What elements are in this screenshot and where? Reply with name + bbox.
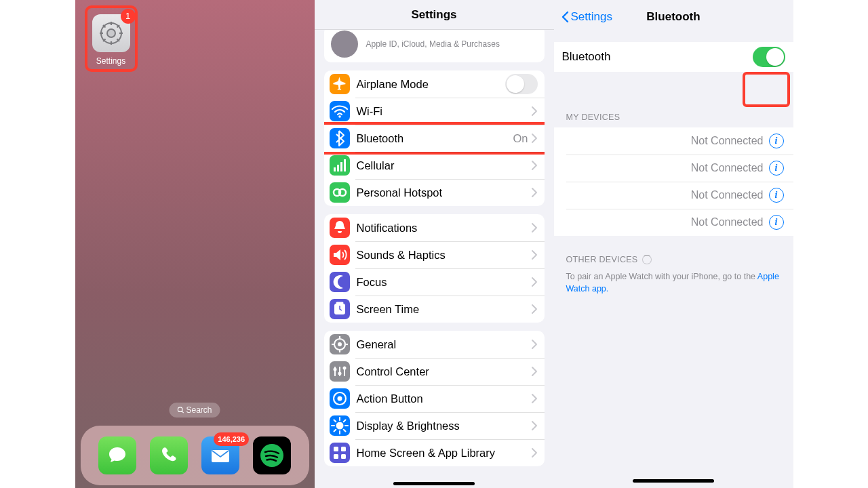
pairing-footer: To pair an Apple Watch with your iPhone,… — [554, 264, 793, 302]
home-indicator[interactable] — [393, 482, 475, 485]
bluetooth-nav: Settings Bluetooth — [554, 0, 793, 34]
svg-rect-17 — [340, 162, 342, 171]
svg-point-14 — [338, 115, 341, 118]
bluetooth-screen: Settings Bluetooth Bluetooth MY DEVICES … — [554, 0, 793, 488]
chevron-right-icon — [531, 106, 538, 116]
hotspot-icon — [330, 182, 350, 203]
row-actionbutton[interactable]: Action Button — [324, 385, 545, 412]
settings-title: Settings — [315, 0, 554, 30]
row-value: On — [513, 132, 528, 145]
chevron-right-icon — [531, 394, 538, 403]
svg-rect-46 — [334, 447, 338, 451]
search-icon — [177, 407, 184, 413]
controlcenter-icon — [330, 361, 350, 382]
airplane-toggle[interactable] — [505, 74, 538, 94]
mail-app[interactable]: 146,236 — [201, 436, 239, 474]
info-icon[interactable]: i — [769, 161, 784, 176]
settings-badge: 1 — [121, 9, 136, 24]
home-indicator[interactable] — [633, 479, 714, 483]
device-status: Not Connected — [691, 162, 764, 174]
chevron-right-icon — [531, 340, 538, 349]
notifications-icon — [330, 218, 350, 238]
spotlight-search[interactable]: Search — [169, 403, 220, 418]
row-wifi[interactable]: Wi-Fi — [324, 98, 545, 125]
apple-id-row[interactable]: Apple ID, iCloud, Media & Purchases — [324, 30, 545, 62]
message-icon — [106, 444, 129, 467]
bluetooth-label: Bluetooth — [562, 50, 753, 64]
phone-app[interactable] — [150, 436, 188, 474]
actionbutton-icon — [330, 388, 350, 409]
device-row[interactable]: Not Connected i — [554, 209, 793, 236]
gear-icon — [98, 20, 125, 47]
back-button[interactable]: Settings — [561, 10, 612, 24]
row-hotspot[interactable]: Personal Hotspot — [324, 179, 545, 206]
airplane-icon — [330, 74, 350, 94]
row-notifications[interactable]: Notifications — [324, 214, 545, 241]
svg-point-33 — [338, 372, 341, 375]
svg-point-34 — [342, 367, 346, 370]
row-label: Display & Brightness — [357, 420, 531, 432]
svg-rect-18 — [344, 159, 346, 171]
row-label: Cellular — [357, 159, 531, 172]
svg-line-44 — [334, 430, 336, 432]
row-general[interactable]: General — [324, 331, 545, 358]
spotify-icon — [258, 442, 285, 469]
device-status: Not Connected — [691, 135, 764, 147]
svg-point-37 — [336, 422, 343, 430]
row-homescreen[interactable]: Home Screen & App Library — [324, 439, 545, 466]
svg-point-10 — [178, 407, 182, 412]
chevron-right-icon — [531, 134, 538, 143]
row-airplane[interactable]: Airplane Mode — [324, 70, 545, 98]
svg-rect-47 — [341, 447, 346, 451]
wifi-icon — [330, 101, 350, 121]
general-icon — [330, 334, 350, 354]
svg-point-36 — [337, 396, 342, 401]
chevron-right-icon — [531, 223, 538, 232]
row-bluetooth[interactable]: Bluetooth On — [324, 125, 545, 152]
row-label: Wi-Fi — [357, 105, 531, 118]
row-display[interactable]: Display & Brightness — [324, 412, 545, 439]
chevron-right-icon — [531, 448, 538, 458]
svg-point-1 — [107, 29, 115, 37]
row-focus[interactable]: Focus — [324, 268, 545, 296]
svg-rect-49 — [341, 454, 346, 459]
messages-app[interactable] — [98, 436, 136, 474]
toggle-highlight — [743, 72, 790, 107]
info-icon[interactable]: i — [769, 134, 784, 148]
settings-root: Settings Apple ID, iCloud, Media & Purch… — [315, 0, 554, 488]
settings-group-connectivity: Airplane Mode Wi-Fi Bluetooth On Cellula… — [324, 70, 545, 206]
other-devices-header: OTHER DEVICES — [554, 255, 793, 264]
bluetooth-toggle-row: Bluetooth — [554, 42, 793, 72]
device-row[interactable]: Not Connected i — [554, 127, 793, 155]
row-label: Focus — [357, 276, 531, 289]
device-row[interactable]: Not Connected i — [554, 182, 793, 209]
spinner-icon — [642, 255, 652, 264]
device-row[interactable]: Not Connected i — [554, 155, 793, 182]
settings-app[interactable]: 1 — [92, 14, 130, 52]
chevron-right-icon — [531, 421, 538, 430]
screentime-icon — [330, 299, 350, 319]
apple-id-subtitle: Apple ID, iCloud, Media & Purchases — [366, 39, 500, 49]
row-sounds[interactable]: Sounds & Haptics — [324, 241, 545, 268]
info-icon[interactable]: i — [769, 188, 784, 203]
row-cellular[interactable]: Cellular — [324, 152, 545, 179]
mail-badge: 146,236 — [214, 432, 249, 446]
phone-icon — [159, 445, 179, 466]
svg-line-42 — [334, 420, 336, 422]
svg-rect-15 — [334, 167, 336, 171]
row-label: Home Screen & App Library — [357, 447, 531, 460]
row-label: General — [357, 338, 531, 351]
info-icon[interactable]: i — [769, 215, 784, 230]
display-icon — [330, 415, 350, 436]
row-controlcenter[interactable]: Control Center — [324, 358, 545, 385]
svg-point-32 — [333, 368, 336, 371]
row-label: Action Button — [357, 392, 531, 405]
svg-rect-48 — [334, 454, 338, 459]
row-screentime[interactable]: Screen Time — [324, 296, 545, 323]
bluetooth-toggle[interactable] — [753, 47, 785, 67]
row-label: Bluetooth — [357, 132, 513, 145]
chevron-left-icon — [561, 11, 569, 23]
bluetooth-title: Bluetooth — [646, 10, 700, 24]
spotify-app[interactable] — [253, 436, 291, 474]
mail-icon — [208, 443, 233, 468]
